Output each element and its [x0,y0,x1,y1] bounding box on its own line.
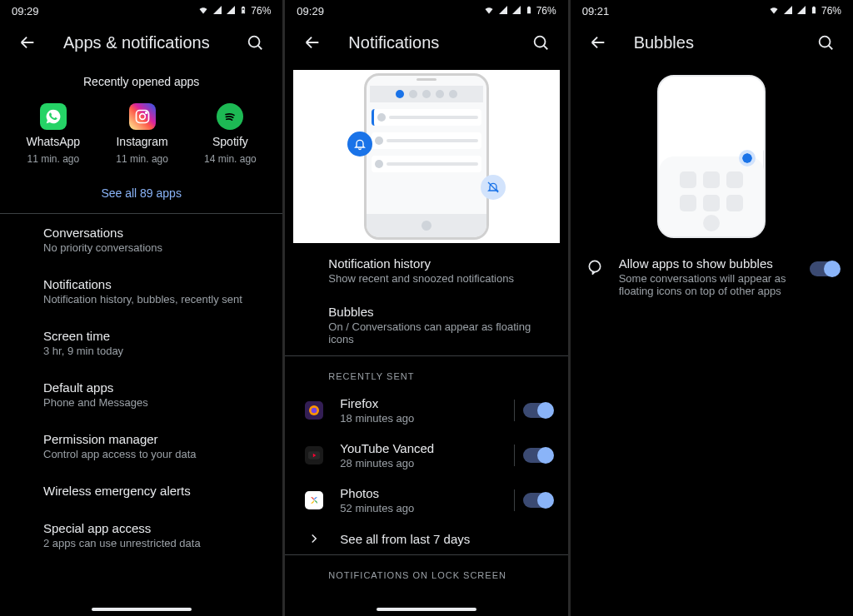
item-special-access[interactable]: Special app access2 apps can use unrestr… [0,509,282,561]
status-bar: 09:29 76% [285,0,567,22]
recent-app-instagram[interactable]: Instagram 11 min. ago [116,103,168,165]
item-bubbles[interactable]: BubblesOn / Conversations can appear as … [285,295,567,355]
search-button[interactable] [528,30,553,55]
app-time: 11 min. ago [27,153,79,165]
svg-point-3 [139,114,145,120]
recent-apps-header: Recently opened apps [0,70,282,103]
status-icons: 76% [196,4,271,18]
recent-app-firefox[interactable]: Firefox18 minutes ago [285,388,567,433]
screen-notifications: 09:29 76% Notifications Notificat [285,0,567,616]
status-bar: 09:21 76% [571,0,853,22]
chevron-right-icon [300,531,328,546]
toggle-allow-bubbles[interactable] [810,261,840,276]
item-default-apps[interactable]: Default appsPhone and Messages [0,369,282,420]
spotify-icon [217,103,243,130]
back-button[interactable] [586,30,611,55]
item-notifications[interactable]: NotificationsNotification history, bubbl… [0,266,282,317]
recent-apps-row: WhatsApp 11 min. ago Instagram 11 min. a… [0,103,282,180]
item-permission-manager[interactable]: Permission managerControl app access to … [0,420,282,472]
signal-icon [212,5,222,17]
item-wireless-alerts[interactable]: Wireless emergency alerts [0,472,282,509]
see-all-apps-link[interactable]: See all 89 apps [0,180,282,213]
item-allow-bubbles[interactable]: Allow apps to show bubbles Some conversa… [571,246,853,307]
screen-apps-notifications: 09:29 76% Apps & notifications Recently … [0,0,282,616]
svg-rect-0 [242,9,245,12]
signal-icon [783,5,793,17]
svg-point-4 [145,112,147,114]
battery-percent: 76% [821,5,841,17]
status-time: 09:21 [582,5,610,17]
bell-off-icon [481,175,506,200]
photos-icon [305,491,323,509]
battery-percent: 76% [251,5,271,17]
svg-rect-10 [813,9,816,12]
back-button[interactable] [300,30,325,55]
recent-app-whatsapp[interactable]: WhatsApp 11 min. ago [27,103,81,165]
app-name: Instagram [116,135,167,148]
app-name: Spotify [212,135,248,148]
whatsapp-icon [40,103,67,130]
comment-icon [584,256,606,275]
wifi-icon [768,5,780,17]
search-button[interactable] [242,30,267,55]
toggle-firefox[interactable] [523,403,553,418]
signal-icon [226,5,236,17]
page-title: Notifications [348,33,504,52]
svg-point-1 [249,37,260,47]
search-button[interactable] [813,30,838,55]
app-name: WhatsApp [27,135,81,148]
signal-icon [796,5,806,17]
battery-icon [525,4,533,18]
firefox-icon [305,401,323,420]
svg-rect-5 [527,9,530,12]
status-bar: 09:29 76% [0,0,282,22]
status-time: 09:29 [297,5,324,17]
app-time: 14 min. ago [204,153,257,165]
svg-point-8 [312,408,317,414]
signal-icon [498,5,508,17]
recently-sent-label: RECENTLY SENT [285,356,567,388]
svg-point-11 [820,37,831,47]
toggle-photos[interactable] [523,493,553,508]
svg-point-6 [534,37,545,47]
instagram-icon [129,103,156,130]
see-all-recent-link[interactable]: See all from last 7 days [285,523,567,554]
screen-bubbles: 09:21 76% Bubbles Allow apps to show bub… [571,0,853,616]
app-bar: Notifications [285,22,567,70]
page-title: Bubbles [634,33,790,52]
wifi-icon [483,5,495,17]
page-title: Apps & notifications [63,33,219,52]
item-conversations[interactable]: ConversationsNo priority conversations [0,214,282,266]
recent-app-photos[interactable]: Photos52 minutes ago [285,478,567,523]
signal-icon [511,5,521,17]
app-time: 11 min. ago [116,153,168,165]
item-notification-history[interactable]: Notification historyShow recent and snoo… [285,246,567,295]
recent-app-youtube-vanced[interactable]: YouTube Vanced28 minutes ago [285,433,567,478]
notification-illustration [293,70,559,243]
settings-list: ConversationsNo priority conversations N… [0,214,282,561]
status-icons: 76% [481,4,556,18]
toggle-youtube[interactable] [523,448,553,463]
svg-point-12 [589,261,600,271]
recent-app-spotify[interactable]: Spotify 14 min. ago [204,103,257,165]
app-bar: Bubbles [571,22,853,70]
back-button[interactable] [15,30,40,55]
youtube-icon [305,446,323,464]
home-indicator[interactable] [92,608,192,611]
bubbles-illustration [579,70,845,243]
home-indicator[interactable] [377,608,476,611]
app-bar: Apps & notifications [0,22,282,70]
item-screen-time[interactable]: Screen time3 hr, 9 min today [0,317,282,369]
lock-screen-label: NOTIFICATIONS ON LOCK SCREEN [285,555,567,587]
status-time: 09:29 [12,5,39,17]
status-icons: 76% [766,4,841,18]
battery-percent: 76% [536,5,556,17]
battery-icon [239,4,247,18]
bell-icon [347,132,372,156]
battery-icon [810,4,818,18]
wifi-icon [197,5,209,17]
